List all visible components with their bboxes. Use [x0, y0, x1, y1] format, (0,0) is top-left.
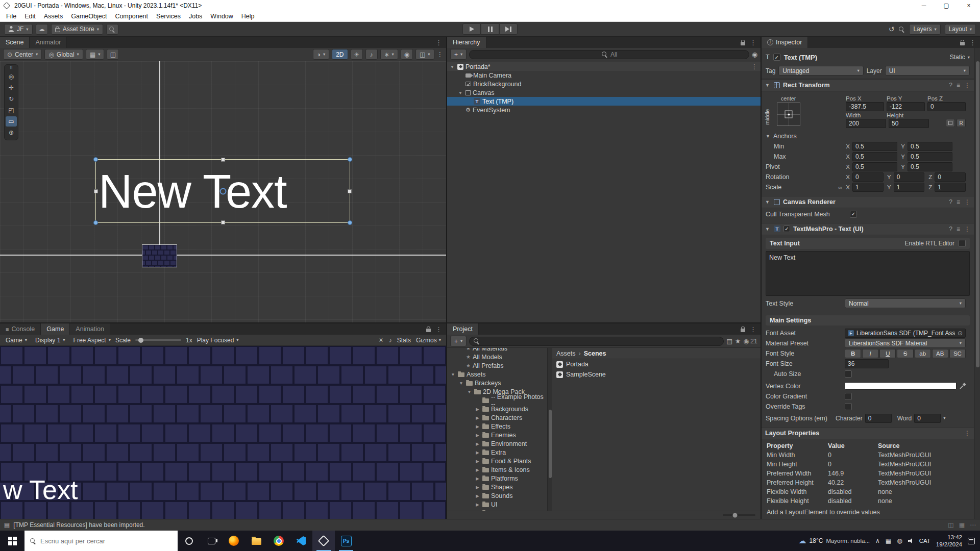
overlay-grip-icon[interactable]: ⠿ — [10, 66, 13, 70]
edge-handle[interactable] — [348, 189, 352, 193]
menu-help[interactable]: Help — [237, 11, 259, 21]
rotation-z-field[interactable]: 0 — [935, 172, 966, 182]
scene-toolbar-menu-icon[interactable]: ⋮ — [437, 51, 444, 58]
edge-handle[interactable] — [221, 158, 225, 162]
space-mode-dropdown[interactable]: ◎ Global ▾ — [44, 49, 83, 60]
corner-handle[interactable] — [93, 220, 98, 225]
material-preset-dropdown[interactable]: LiberationSans SDF Material ▾ — [845, 338, 966, 348]
asset-samplescene[interactable]: SampleScene — [552, 369, 761, 380]
edge-handle[interactable] — [221, 220, 225, 224]
hierarchy-item-eventsystem[interactable]: ⚙ EventSystem — [447, 106, 761, 114]
light-toggle-icon[interactable]: ☀ — [378, 337, 384, 344]
static-dropdown[interactable]: Static ▾ — [950, 54, 970, 61]
search-icon[interactable] — [898, 26, 905, 33]
panel-menu-icon[interactable]: ⋮ — [750, 325, 756, 333]
snap-increment-button[interactable]: ◫ — [107, 49, 119, 60]
undo-history-icon[interactable]: ↺ — [889, 25, 895, 33]
text-style-dropdown[interactable]: Normal ▾ — [845, 298, 966, 308]
panel-menu-icon[interactable]: ⋮ — [969, 39, 976, 46]
folder-assets[interactable]: ▼Assets — [447, 370, 547, 379]
lock-icon[interactable] — [426, 329, 431, 332]
component-menu-icon[interactable]: ⋮ — [964, 82, 970, 89]
play-focused-dropdown[interactable]: Play Focused▾ — [193, 335, 242, 345]
menu-assets[interactable]: Assets — [40, 11, 67, 21]
tmp-header[interactable]: ▼ T ✓ TextMeshPro - Text (UI) ? ≡ ⋮ — [762, 223, 974, 235]
object-picker-icon[interactable]: ⊙ — [958, 330, 963, 337]
pause-button[interactable] — [481, 23, 499, 35]
scene-lighting-button[interactable]: ☀ — [351, 49, 363, 60]
tmp-enabled-checkbox[interactable]: ✓ — [783, 226, 790, 232]
edge-handle[interactable] — [94, 189, 98, 193]
smallcaps-button[interactable]: SC — [949, 349, 966, 358]
open-asset-icon[interactable]: ▤ — [726, 337, 732, 345]
anchor-preset-widget[interactable]: center middle — [766, 95, 842, 134]
folder-ui[interactable]: ▶UI — [447, 500, 547, 509]
unity-taskbar-button[interactable] — [312, 531, 335, 551]
toggle-2d-button[interactable]: 2D — [332, 49, 348, 60]
hierarchy-item-canvas[interactable]: ▼ Canvas — [447, 88, 761, 97]
hierarchy-item-main-camera[interactable]: Main Camera — [447, 71, 761, 80]
tab-inspector[interactable]: i Inspector — [762, 37, 808, 48]
canvas-renderer-header[interactable]: ▼ Canvas Renderer ? ≡ ⋮ — [762, 196, 974, 208]
help-icon[interactable]: ? — [949, 198, 952, 206]
display-tray-icon[interactable]: ▦ — [886, 537, 891, 544]
chrome-button[interactable] — [267, 531, 290, 551]
slider-thumb[interactable] — [138, 338, 143, 343]
unity-search-button[interactable] — [106, 24, 118, 35]
auto-size-checkbox[interactable] — [845, 370, 852, 378]
active-checkbox[interactable]: ✓ — [773, 54, 780, 61]
vertex-color-swatch[interactable] — [845, 382, 957, 390]
taskbar-search[interactable] — [24, 531, 178, 551]
aspect-dropdown[interactable]: Free Aspect▾ — [70, 335, 114, 345]
clock[interactable]: 13:42 19/2/2024 — [936, 534, 962, 548]
hidden-icons-chevron[interactable]: ∧ — [875, 537, 880, 544]
thumbnail-size-slider[interactable] — [723, 514, 755, 516]
anchor-min-x-field[interactable]: 0.5 — [852, 142, 897, 151]
asset-store-button[interactable]: Asset Store ▾ — [51, 24, 103, 35]
rtl-checkbox[interactable] — [959, 240, 966, 247]
folder-sounds[interactable]: ▶Sounds — [447, 491, 547, 500]
character-spacing-field[interactable]: 0 — [865, 414, 892, 423]
eyedropper-icon[interactable] — [959, 383, 966, 389]
anchor-max-x-field[interactable]: 0.5 — [852, 152, 897, 161]
hierarchy-search-field[interactable]: All — [469, 50, 749, 59]
rotation-y-field[interactable]: 0 — [894, 172, 925, 182]
create-object-button[interactable]: + ▾ — [450, 49, 467, 60]
brick-background-sprite[interactable] — [142, 245, 177, 267]
scene-audio-button[interactable]: ♪ — [365, 49, 378, 60]
anchor-preset-box[interactable] — [777, 103, 800, 126]
layout-properties-header[interactable]: Layout Properties ⋮ — [762, 427, 974, 439]
move-tool-button[interactable]: ✛ — [6, 83, 17, 93]
photoshop-button[interactable]: Ps — [335, 531, 357, 551]
breadcrumb-root[interactable]: Assets — [556, 350, 576, 357]
scene-viewport[interactable]: ⠿ ◎ ✛ ↻ ◰ ▭ ⊕ — [0, 61, 446, 322]
display-dropdown[interactable]: Display 1▾ — [32, 335, 69, 345]
cortana-button[interactable] — [178, 531, 200, 551]
menu-file[interactable]: File — [2, 11, 20, 21]
italic-button[interactable]: I — [862, 349, 878, 358]
panel-menu-icon[interactable]: ⋮ — [750, 39, 756, 46]
foldout-icon[interactable]: ▼ — [765, 199, 771, 205]
corner-handle[interactable] — [93, 157, 98, 162]
cache-status-icon[interactable]: ▦ — [959, 521, 965, 529]
asset-portada[interactable]: Portada — [552, 359, 761, 369]
help-icon[interactable]: ? — [949, 226, 952, 233]
create-asset-button[interactable]: + ▾ — [450, 336, 467, 346]
minimize-button[interactable]: ─ — [913, 0, 935, 11]
folder-enemies[interactable]: ▶Enemies — [447, 431, 547, 439]
maximize-button[interactable]: ▢ — [935, 0, 958, 11]
tab-project[interactable]: Project — [447, 323, 479, 335]
selected-rect-gizmo[interactable]: New Text — [95, 159, 350, 223]
cloud-services-button[interactable]: ☁ — [36, 24, 48, 35]
foldout-icon[interactable]: ▼ — [765, 83, 771, 88]
menu-services[interactable]: Services — [152, 11, 185, 21]
file-explorer-button[interactable] — [245, 531, 267, 551]
folder-food-plants[interactable]: ▶Food & Plants — [447, 457, 547, 465]
tab-game[interactable]: Game — [41, 323, 70, 335]
game-scale-slider[interactable] — [135, 339, 181, 341]
folder-characters[interactable]: ▶Characters — [447, 413, 547, 422]
play-button[interactable] — [462, 23, 481, 35]
tab-scene[interactable]: Scene — [0, 37, 30, 48]
folder-environment[interactable]: ▶Environment — [447, 439, 547, 448]
cull-transparent-mesh-checkbox[interactable]: ✓ — [850, 211, 857, 218]
